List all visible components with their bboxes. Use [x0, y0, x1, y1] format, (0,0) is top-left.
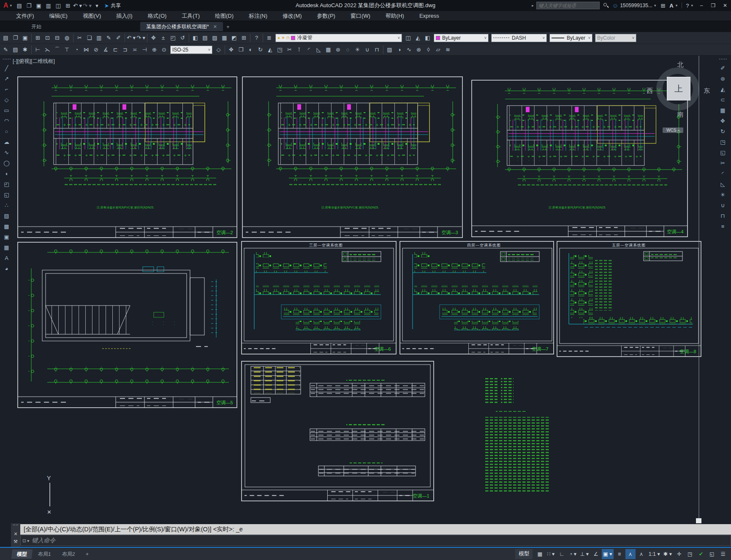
designcenter-icon[interactable]: ▤	[200, 33, 210, 43]
tab-start[interactable]: 开始	[25, 22, 47, 31]
new-tab-icon[interactable]: +	[226, 24, 230, 30]
menu-item[interactable]: 参数(P)	[310, 11, 343, 21]
command-close-icon[interactable]: ✕	[14, 531, 17, 537]
polyline-edit-icon[interactable]: ◑	[394, 45, 404, 55]
snap-mode-icon[interactable]: ∷ ▾	[546, 549, 556, 559]
cad-drawing-area[interactable]: 空调—2 注:所有冷凝水管均为PVC管,管径均为DN25. 空调—3 注:所有冷…	[0, 56, 731, 523]
construction-line-icon[interactable]: ↗	[1, 73, 12, 84]
isolate-objects-icon[interactable]: ◳	[685, 549, 695, 559]
new-icon[interactable]: ▤	[1, 33, 11, 43]
trim-icon[interactable]: ✂	[717, 158, 728, 168]
explode-icon[interactable]: ✳	[353, 45, 362, 55]
viewcube[interactable]: 北 西 东 南 上 WCS▾	[652, 61, 708, 139]
dim-angular-icon[interactable]: ∡	[101, 45, 111, 55]
app-menu-arrow-icon[interactable]: ▾	[10, 3, 12, 8]
menu-item[interactable]: 绘图(D)	[207, 11, 241, 21]
osnap-icon[interactable]: ▣ ▾	[602, 549, 614, 559]
ortho-icon[interactable]: ∟	[557, 549, 567, 559]
tool-palettes-icon[interactable]: ▨	[210, 33, 220, 43]
paste-icon[interactable]: ▥	[94, 33, 104, 43]
ellipse-arc-icon[interactable]: ◖	[1, 168, 12, 179]
undo-icon[interactable]: ↶ ▾	[126, 33, 136, 43]
help-icon[interactable]: ?	[252, 33, 261, 43]
save-as-icon[interactable]: ▥	[43, 0, 53, 11]
stretch-icon[interactable]: ◱	[717, 147, 728, 158]
polar-tracking-icon[interactable]: ◔ ▾	[568, 549, 578, 559]
quick-properties-icon[interactable]: ✎	[1, 45, 11, 55]
arc-icon[interactable]: ◠	[1, 116, 12, 126]
attribute-edit-icon[interactable]: ⊛	[414, 45, 424, 55]
command-grip[interactable]: ✕ ⚒	[11, 523, 20, 547]
account-icon[interactable]: ☺	[612, 2, 618, 9]
print-icon[interactable]: ⊞	[63, 0, 73, 11]
redo-icon[interactable]: ↷ ▾	[136, 33, 146, 43]
menu-item[interactable]: 视图(V)	[75, 11, 109, 21]
toolbar-grip[interactable]	[719, 59, 727, 61]
polyline-icon[interactable]: ⌐	[1, 84, 12, 95]
search-icon[interactable]	[603, 3, 609, 8]
properties-icon[interactable]: ◧	[190, 33, 200, 43]
array-icon[interactable]: ▦	[323, 45, 333, 55]
help-icon[interactable]: ?	[686, 3, 689, 9]
tab-document[interactable]: 某集团办公楼多联机空调图* ✕	[140, 22, 223, 31]
lineweight-combo[interactable]: ByLayer ˅	[549, 34, 592, 42]
erase-icon[interactable]: ◌	[343, 45, 353, 55]
pan-icon[interactable]: ✥	[149, 33, 158, 43]
move-icon[interactable]: ✥	[717, 116, 728, 126]
ellipse-icon[interactable]: ◯	[1, 158, 12, 168]
workspace-switching-icon[interactable]: ✱ ▾	[662, 549, 673, 559]
autocad-logo-icon[interactable]: A	[3, 2, 8, 9]
command-input[interactable]: ⊡ ▾ 键入命令	[20, 535, 731, 546]
dim-arc-length-icon[interactable]: ⌒	[52, 45, 62, 55]
open-icon[interactable]: ❐	[11, 33, 20, 43]
sheet-set-manager-icon[interactable]: ▦	[220, 33, 229, 43]
viewcube-south[interactable]: 南	[652, 111, 708, 119]
crosshair-icon[interactable]: ✛	[674, 549, 684, 559]
revision-cloud-icon[interactable]: ☁	[1, 137, 12, 147]
lineweight-display-icon[interactable]: ≡	[614, 549, 625, 559]
save-icon[interactable]: ▣	[34, 0, 43, 11]
annotation-visibility-icon[interactable]: ⋏	[625, 549, 636, 559]
minimize-button[interactable]: –	[696, 3, 707, 8]
cut-icon[interactable]: ✂	[75, 33, 84, 43]
polygon-icon[interactable]: ◇	[1, 95, 12, 105]
close-button[interactable]: ✕	[719, 3, 731, 8]
erase-icon[interactable]: ✐	[717, 63, 728, 73]
export-icon[interactable]: ◫	[53, 0, 63, 11]
layer-on-icon[interactable]: ●	[277, 35, 280, 40]
menu-item[interactable]: 文件(F)	[8, 11, 42, 21]
chamfer-icon[interactable]: ◺	[314, 45, 323, 55]
menu-item[interactable]: 窗口(W)	[343, 11, 378, 21]
layout1-tab[interactable]: 布局1	[33, 549, 57, 559]
graphics-performance-icon[interactable]: ✔	[696, 549, 706, 559]
new-file-icon[interactable]: ▤	[14, 0, 24, 11]
rotate-icon[interactable]: ↻	[717, 126, 728, 137]
more-tools-icon[interactable]: ≡	[717, 221, 728, 232]
menu-item[interactable]: 编辑(E)	[42, 11, 75, 21]
layer-lock-icon[interactable]: ⊓	[286, 35, 290, 40]
autodesk-app-icon[interactable]: A	[669, 3, 673, 9]
customize-quick-access-icon[interactable]: ▾	[92, 0, 102, 11]
layer-combo[interactable]: ● ☀ ⊓ 冷凝管 ˅	[275, 34, 402, 42]
center-mark-icon[interactable]: ⊙	[159, 45, 169, 55]
break-icon[interactable]: ⊓	[717, 211, 728, 221]
customization-menu-icon[interactable]: ☰	[718, 549, 728, 559]
color-combo[interactable]: ByLayer ˅	[434, 34, 489, 42]
explode-icon[interactable]: ✳	[717, 189, 728, 200]
stretch-icon[interactable]: ◐	[246, 45, 255, 55]
mtext-icon[interactable]: A	[1, 253, 12, 263]
insert-block-icon[interactable]: ◰	[1, 179, 12, 189]
copy-icon[interactable]: ⊚	[717, 73, 728, 84]
create-block-icon[interactable]: ◱	[1, 189, 12, 200]
gradient-icon[interactable]: ▩	[1, 221, 12, 232]
workspace-icon[interactable]: ✱	[20, 45, 30, 55]
account-arrow-icon[interactable]: ▾	[654, 3, 656, 8]
fillet-icon[interactable]: ◜	[717, 168, 728, 179]
dim-ordinate-icon[interactable]: ⊤	[62, 45, 72, 55]
offset-icon[interactable]: ⊂	[717, 95, 728, 105]
share-icon[interactable]: ➤	[104, 3, 109, 9]
line-icon[interactable]: ╱	[1, 63, 12, 73]
help-arrow-icon[interactable]: ▾	[691, 3, 693, 8]
web-icon[interactable]: ◍	[62, 33, 72, 43]
publish-icon[interactable]: ⊟	[52, 33, 62, 43]
